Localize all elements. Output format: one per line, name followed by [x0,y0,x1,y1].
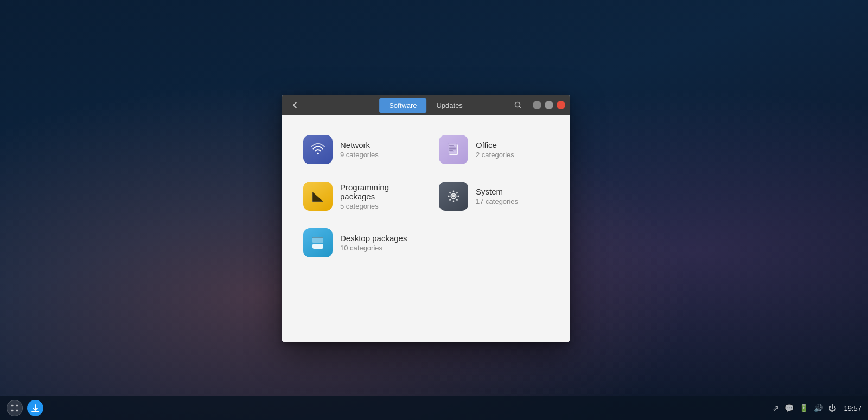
svg-rect-24 [312,244,323,249]
svg-rect-8 [449,145,454,146]
network-icon [303,135,333,164]
programming-text: Programming packages 5 categories [340,183,413,210]
apps-icon[interactable] [7,400,23,416]
download-icon[interactable] [27,400,43,416]
category-item-system[interactable]: System 17 categories [437,178,551,214]
restore-button[interactable]: ○ [545,101,553,109]
category-item-desktop[interactable]: Desktop packages 10 categories [301,225,415,261]
battery-icon[interactable]: 🔋 [799,404,808,412]
share-icon[interactable]: ⇗ [773,404,779,412]
minimize-button[interactable]: − [533,101,541,109]
office-text: Office 2 categories [476,140,514,159]
svg-rect-17 [453,201,454,202]
svg-point-28 [16,405,18,407]
category-item-office[interactable]: Office 2 categories [437,132,551,167]
desktop-icon [303,228,333,257]
category-item-programming[interactable]: Programming packages 5 categories [301,178,415,214]
taskbar: ⇗ 💬 🔋 🔊 ⏻ 19:57 [0,396,868,420]
programming-name: Programming packages [340,183,413,201]
svg-rect-10 [449,148,456,150]
svg-rect-20 [449,192,451,194]
network-text: Network 9 categories [340,140,379,159]
desktop-count: 10 categories [340,244,407,252]
taskbar-right: ⇗ 💬 🔋 🔊 ⏻ 19:57 [773,404,861,412]
svg-point-15 [452,195,455,198]
network-count: 9 categories [340,151,379,159]
svg-point-29 [11,410,14,412]
tab-updates[interactable]: Updates [426,98,472,113]
titlebar-tabs: Software Updates [379,98,473,113]
programming-count: 5 categories [340,202,413,210]
chat-icon[interactable]: 💬 [784,404,794,412]
tab-software[interactable]: Software [379,98,426,113]
svg-marker-12 [312,192,323,202]
desktop-name: Desktop packages [340,234,407,243]
office-icon [439,135,468,164]
volume-icon[interactable]: 🔊 [814,404,823,412]
clock: 19:57 [844,404,861,412]
office-count: 2 categories [476,151,514,159]
system-name: System [476,187,518,196]
svg-rect-18 [448,196,450,197]
back-button[interactable] [286,99,304,112]
titlebar-controls: − ○ × [510,100,565,111]
titlebar: Software Updates − ○ × [282,95,570,115]
svg-rect-16 [453,191,454,192]
category-item-network[interactable]: Network 9 categories [301,132,415,167]
desktop-text: Desktop packages 10 categories [340,234,407,252]
system-text: System 17 categories [476,187,518,205]
network-name: Network [340,140,379,150]
system-icon [439,182,468,211]
content-empty [282,277,570,342]
system-count: 17 categories [476,197,518,205]
svg-rect-19 [458,196,459,197]
content-area: Network 9 categories [282,115,570,277]
programming-icon [303,182,333,211]
taskbar-left [7,400,43,416]
svg-rect-26 [312,237,323,238]
svg-rect-22 [449,199,451,201]
taskbar-system-icons: ⇗ 💬 🔋 🔊 ⏻ [773,404,836,412]
app-window: Software Updates − ○ × [282,95,570,342]
svg-rect-23 [456,199,458,201]
svg-point-27 [11,405,14,407]
search-icon[interactable] [510,100,526,111]
svg-point-1 [317,153,319,155]
svg-rect-9 [449,147,456,148]
svg-rect-11 [449,150,453,151]
svg-point-30 [16,410,18,412]
office-name: Office [476,140,514,150]
power-icon[interactable]: ⏻ [828,404,836,412]
close-button[interactable]: × [557,101,565,109]
titlebar-separator [529,101,529,109]
svg-rect-21 [456,192,458,194]
